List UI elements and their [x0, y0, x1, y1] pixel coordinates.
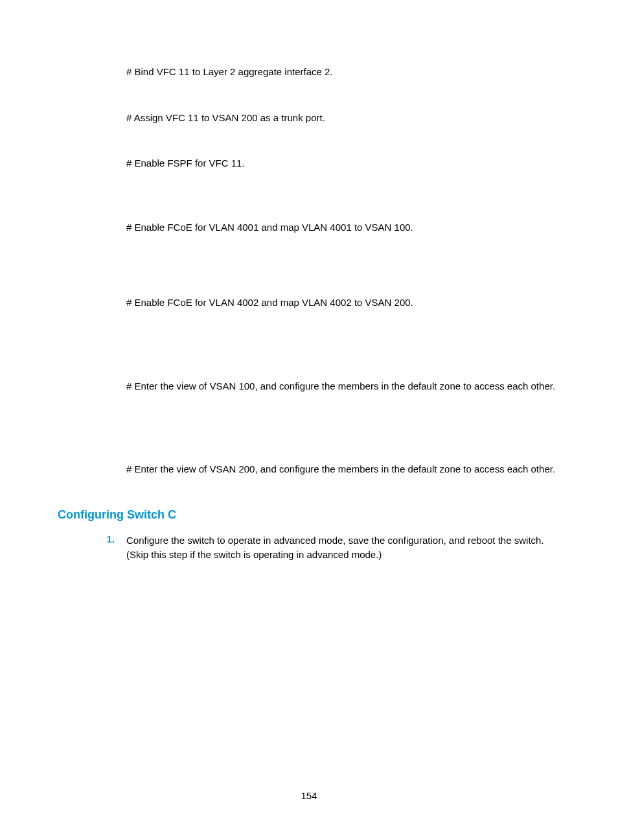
step-enter-vsan200: # Enter the view of VSAN 200, and config… [126, 462, 562, 477]
numbered-list-item: 1. Configure the switch to operate in ad… [126, 533, 562, 563]
step-enter-vsan100: # Enter the view of VSAN 100, and config… [126, 379, 562, 394]
step-assign-vfc11: # Assign VFC 11 to VSAN 200 as a trunk p… [126, 111, 562, 126]
step-enable-fcoe-4002: # Enable FCoE for VLAN 4002 and map VLAN… [126, 296, 562, 310]
list-number: 1. [100, 533, 126, 544]
list-item-text: Configure the switch to operate in advan… [126, 533, 562, 563]
step-enable-fcoe-4001: # Enable FCoE for VLAN 4001 and map VLAN… [126, 220, 562, 235]
page-number: 154 [0, 790, 618, 801]
section-heading-configuring-switch-c: Configuring Switch C [58, 508, 562, 522]
step-bind-vfc11: # Bind VFC 11 to Layer 2 aggregate inter… [126, 65, 562, 80]
step-enable-fspf: # Enable FSPF for VFC 11. [126, 156, 562, 171]
